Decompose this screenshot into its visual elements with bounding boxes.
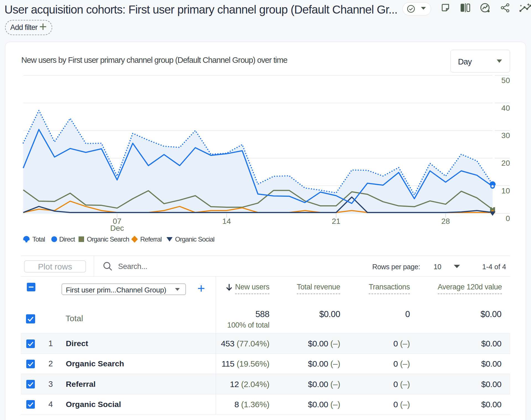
svg-text:Total: Total [32, 235, 45, 243]
svg-text:Organic Search: Organic Search [87, 235, 129, 243]
svg-text:Direct: Direct [59, 235, 75, 243]
svg-text:Organic Social: Organic Social [175, 235, 214, 243]
svg-text:Referral: Referral [140, 235, 162, 243]
